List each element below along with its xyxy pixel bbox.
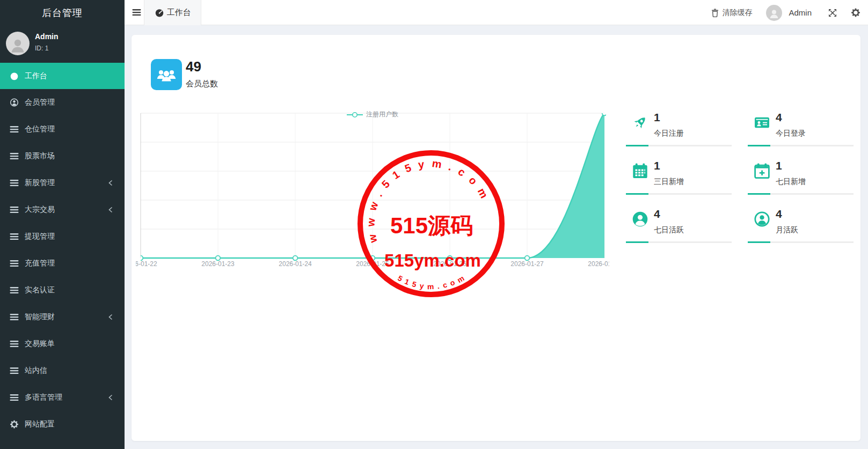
stat-underline [626,145,732,146]
stat-underline [748,145,854,146]
dashboard-card: 49 会员总数 2026-01-222026-01-232026-01-2420… [132,35,860,441]
stat-underline [626,241,732,243]
sidebar-item-new-shares[interactable]: 新股管理 [0,170,125,196]
person-icon [768,8,780,19]
stat-underline [748,241,854,243]
list-icon [10,366,19,375]
stat-value: 1 [654,111,660,124]
list-icon [10,313,19,321]
settings-gears-icon[interactable] [851,8,860,17]
sidebar-item-positions[interactable]: 仓位管理 [0,116,125,143]
stat-label: 今日注册 [654,129,684,138]
avatar[interactable] [766,5,782,21]
list-icon [10,340,19,348]
calendar-plus-icon [754,163,770,179]
legend-marker-icon [347,112,363,118]
sidebar-item-recharge[interactable]: 充值管理 [0,250,125,277]
stat-today-registered: 1 今日注册 [626,109,732,146]
stat-underline [748,193,854,195]
user-id: ID: 1 [35,45,48,52]
list-icon [10,393,19,402]
users-group-icon [156,67,177,83]
tab-label: 工作台 [167,8,191,18]
members-total-value: 49 [186,58,201,75]
calendar-icon [632,163,648,179]
x-axis-label: 2026-01-27 [510,260,544,268]
sidebar-item-stock-market[interactable]: 股票市场 [0,143,125,170]
hamburger-menu-icon[interactable] [132,8,141,17]
stat-value: 4 [776,111,782,124]
list-icon [10,125,19,134]
sidebar-item-workbench[interactable]: 工作台 [0,63,125,89]
x-axis-label: 2026-01-24 [279,260,312,268]
sidebar-item-languages[interactable]: 多语言管理 [0,384,125,411]
x-axis-label: 2026-01-26 [433,260,466,268]
chevron-left-icon [108,394,113,401]
legend-label: 注册用户数 [366,110,398,119]
stat-month-active: 4 月活跃 [748,205,854,243]
id-card-icon [754,115,770,130]
stat-label: 七日新增 [776,177,806,187]
sidebar-item-site-config[interactable]: 网站配置 [0,411,125,438]
stat-3day-new: 1 三日新增 [626,157,732,195]
list-icon [10,286,19,295]
avatar [6,32,30,55]
x-axis-label: 2026-01-25 [356,260,389,268]
stat-value: 4 [776,208,782,220]
stat-label: 七日活跃 [654,225,684,235]
x-axis-label: 2026-01-28 [588,260,609,268]
stat-today-login: 4 今日登录 [748,109,854,146]
tab-workbench[interactable]: 工作台 [144,0,201,25]
registrations-chart: 2026-01-222026-01-232026-01-242026-01-25… [136,107,609,271]
fullscreen-icon[interactable] [828,9,837,17]
members-total-icon-box [151,59,182,90]
user-outline-circle-icon [754,211,770,227]
stat-label: 今日登录 [776,129,806,138]
list-icon [10,179,19,187]
stat-value: 1 [776,159,782,172]
person-icon [9,36,27,54]
topbar-actions: 清除缓存 Admin [711,0,860,25]
app-title: 后台管理 [0,0,125,25]
members-total-label: 会员总数 [186,79,218,89]
stat-underline [626,193,732,195]
sidebar-item-block-trade[interactable]: 大宗交易 [0,196,125,223]
area-chart-canvas: 2026-01-222026-01-232026-01-242026-01-25… [136,107,609,271]
x-axis-label: 2026-01-23 [201,260,235,268]
stat-7day-new: 1 七日新增 [748,157,854,195]
sidebar-item-trade-bills[interactable]: 交易账单 [0,330,125,357]
chevron-left-icon [108,207,113,213]
topbar: 工作台 清除缓存 Admin [125,0,868,25]
chevron-left-icon [108,314,113,320]
x-axis-label: 2026-01-22 [136,260,157,268]
gear-icon [10,420,19,429]
stat-value: 1 [654,159,660,172]
user-name: Admin [35,32,59,41]
sidebar-item-site-messages[interactable]: 站内信 [0,357,125,384]
legend-item-registered-users[interactable]: 注册用户数 [347,110,398,119]
list-icon [10,205,19,214]
stat-label: 三日新增 [654,177,684,187]
sidebar-nav: 工作台 会员管理 仓位管理 股票市场 新股管理 大宗交易 提现管理 充值管理 实… [0,63,125,438]
sidebar-item-withdrawals[interactable]: 提现管理 [0,223,125,250]
dashboard-icon [10,72,19,80]
user-filled-circle-icon [632,211,648,227]
user-circle-icon [10,98,19,107]
dashboard-icon [155,9,164,17]
sidebar-item-kyc[interactable]: 实名认证 [0,277,125,304]
topbar-username[interactable]: Admin [789,8,812,17]
rocket-icon [632,115,648,130]
clear-cache-button[interactable]: 清除缓存 [711,8,752,18]
list-icon [10,152,19,160]
stat-7day-active: 4 七日活跃 [626,205,732,243]
stat-value: 4 [654,208,660,220]
list-icon [10,232,19,241]
sidebar: 后台管理 Admin ID: 1 工作台 会员管理 仓位管理 股票市场 新股管理… [0,0,125,449]
trash-icon [711,9,719,17]
stat-label: 月活跃 [776,225,798,235]
list-icon [10,259,19,268]
sidebar-item-smart-finance[interactable]: 智能理财 [0,304,125,330]
user-panel: Admin ID: 1 [0,30,125,60]
chevron-left-icon [108,180,113,186]
sidebar-item-members[interactable]: 会员管理 [0,89,125,116]
